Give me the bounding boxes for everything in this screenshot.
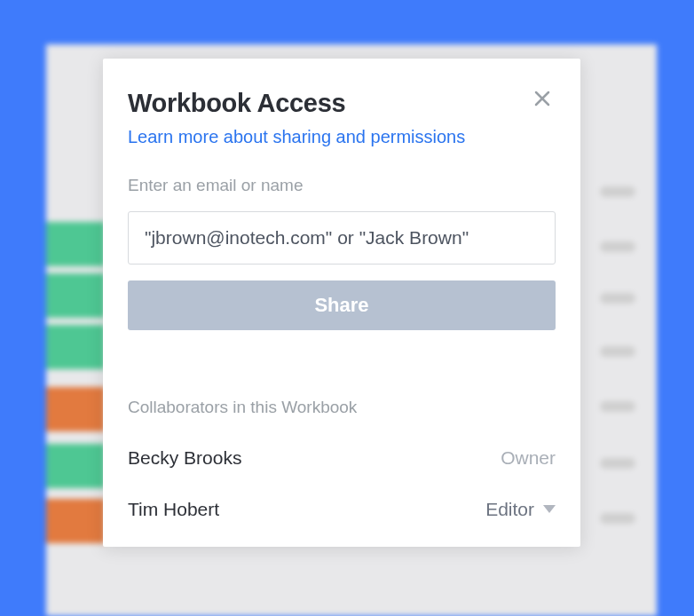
collaborator-name: Becky Brooks (128, 447, 241, 469)
learn-more-link[interactable]: Learn more about sharing and permissions (128, 127, 465, 147)
chevron-down-icon (543, 505, 556, 514)
modal-title: Workbook Access (128, 89, 345, 118)
collaborator-role-select[interactable]: Editor (485, 499, 556, 520)
collaborators-heading: Collaborators in this Workbook (128, 398, 556, 417)
email-or-name-input[interactable] (128, 211, 556, 265)
collaborator-role-owner: Owner (501, 447, 556, 469)
collaborator-row: Becky Brooks Owner (128, 447, 556, 469)
workbook-access-modal: Workbook Access Learn more about sharing… (103, 59, 580, 547)
share-button[interactable]: Share (128, 280, 556, 330)
collaborator-name: Tim Hobert (128, 499, 219, 520)
collaborator-row: Tim Hobert Editor (128, 499, 556, 520)
role-select-label: Editor (485, 499, 534, 520)
svg-marker-2 (543, 505, 556, 513)
close-icon (532, 98, 552, 111)
close-button[interactable] (529, 85, 556, 112)
email-field-label: Enter an email or name (128, 176, 556, 195)
